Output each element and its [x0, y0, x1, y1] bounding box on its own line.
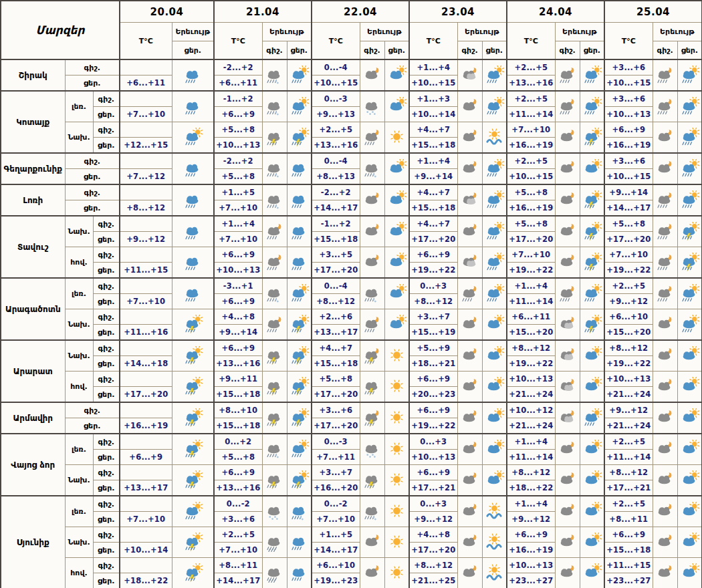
- night-temp-cell: -1...+2: [214, 91, 262, 107]
- night-label: գիշ.: [65, 153, 120, 169]
- moon-cloud-icon: [653, 340, 677, 372]
- sleet-icon: [262, 434, 287, 465]
- sun-thunder-icon: [172, 402, 214, 434]
- sun-icon: [384, 558, 409, 588]
- night-label: գիշ.: [93, 247, 120, 263]
- day-temp-cell: +17...+20: [409, 543, 457, 558]
- sleet-icon: [360, 278, 384, 309]
- thunder-gray-icon: [262, 465, 287, 496]
- moon-cloud-icon: [555, 122, 580, 154]
- sun-cloud-icon: [384, 216, 409, 247]
- day-temp-cell: +10...+15: [312, 76, 360, 92]
- sun-icon: [384, 465, 409, 496]
- night-temp-cell: +1...+4: [507, 434, 555, 450]
- day-label: ցեր.: [65, 169, 120, 185]
- sun-cloud-icon: [482, 434, 507, 465]
- heavy-rain-gray-icon: [262, 527, 287, 558]
- night-temp-cell: 0...-2: [312, 496, 360, 512]
- day-label: ցեր.: [93, 294, 120, 309]
- moon-cloud-icon: [360, 216, 384, 247]
- day-label: ցեր.: [65, 76, 120, 92]
- moon-rain-icon: [360, 309, 384, 341]
- night-temp-cell: +1...+4: [214, 216, 262, 232]
- zone-label: Նախ.: [65, 527, 93, 558]
- day-temp-cell: +9...+14: [214, 325, 262, 341]
- table-body: Շիրակգիշ.-2...+20...-4+1...+4+2...+5+3..…: [1, 59, 702, 588]
- moon-cloud-icon: [457, 434, 482, 465]
- night-temp-cell: +5...+8: [604, 216, 653, 232]
- phenomenon-column-header: Երեւույթ: [555, 23, 604, 41]
- night-label: գիշ.: [93, 340, 120, 356]
- moon-cloud-icon: [457, 402, 482, 434]
- sun-thunder-icon: [580, 309, 604, 341]
- night-temp-cell: +4...+8: [409, 527, 457, 543]
- night-subheader: գիշ.: [262, 41, 287, 60]
- rain-icon: [172, 153, 214, 184]
- night-temp-cell: 0...-4: [312, 59, 360, 76]
- night-temp-cell: +1...+4: [409, 153, 457, 169]
- day-temp-cell: +16...+19: [507, 200, 555, 216]
- day-temp-cell: +21...+24: [507, 387, 555, 403]
- night-temp-cell: +8...+12: [604, 340, 653, 356]
- temp-column-header: T°C: [604, 23, 653, 60]
- sun-rain-icon: [287, 59, 312, 91]
- day-temp-cell: +13...+16: [214, 356, 262, 372]
- day-temp-cell: +12...+15: [120, 138, 172, 154]
- day-temp-cell: +16...+20: [312, 480, 360, 496]
- night-temp-cell: +2...+6: [312, 309, 360, 325]
- night-temp-cell: +3...+6: [604, 153, 653, 169]
- night-temp-cell: [120, 153, 172, 169]
- rain-icon: [287, 558, 312, 588]
- moon-cloud-icon: [653, 372, 677, 403]
- night-temp-cell: [120, 278, 172, 294]
- moon-cloud-icon: [457, 558, 482, 588]
- sun-icon: [384, 434, 409, 465]
- night-temp-cell: +10...+13: [507, 558, 555, 573]
- day-temp-cell: +13...+17: [120, 480, 172, 496]
- sun-rain-icon: [677, 153, 702, 184]
- moon-rain-icon: [457, 278, 482, 309]
- night-temp-cell: +5...+8: [507, 184, 555, 200]
- day-temp-cell: +5...+8: [214, 169, 262, 185]
- moon-rain-icon: [653, 184, 677, 216]
- sun-cloud-icon: [580, 527, 604, 558]
- sun-cloud-icon: [677, 402, 702, 434]
- night-temp-cell: 0...-3: [312, 91, 360, 107]
- thunder-gray-icon: [360, 465, 384, 496]
- zone-label: լեռ.: [65, 496, 93, 527]
- sun-cloud-icon: [482, 402, 507, 434]
- day-label: ցեր.: [93, 543, 120, 558]
- night-temp-cell: [120, 527, 172, 543]
- sun-rain-icon: [287, 434, 312, 465]
- day-temp-cell: +8...+13: [312, 169, 360, 185]
- day-temp-cell: +10...+14: [120, 543, 172, 558]
- table-row: Արմավիրգիշ.+8...+10+3...+6+6...+9+10...+…: [1, 402, 702, 418]
- sun-thunder-icon: [580, 184, 604, 216]
- sun-cloud-icon: [482, 309, 507, 341]
- sun-thunder-icon: [580, 216, 604, 247]
- sun-thunder-icon: [172, 465, 214, 496]
- night-temp-cell: [120, 59, 172, 76]
- temp-column-header: T°C: [312, 23, 360, 60]
- sun-thunder-icon: [172, 558, 214, 588]
- day-temp-cell: +7...+10: [120, 107, 172, 122]
- day-temp-cell: +15...+18: [409, 200, 457, 216]
- night-temp-cell: +6...+9: [214, 247, 262, 263]
- region-name: Կոտայք: [1, 91, 65, 153]
- night-temp-cell: +2...+5: [214, 527, 262, 543]
- day-temp-cell: +10...+15: [409, 76, 457, 92]
- day-temp-cell: +3...+6: [214, 512, 262, 527]
- moon-cloud-icon: [555, 216, 580, 247]
- moon-clouds-icon: [457, 184, 482, 216]
- day-temp-cell: +18...+22: [507, 480, 555, 496]
- region-name: Արարատ: [1, 340, 65, 402]
- day-temp-cell: +6...+11: [120, 76, 172, 92]
- day-label: ցեր.: [93, 387, 120, 403]
- moon-rain-icon: [653, 91, 677, 122]
- moon-cloud-icon: [653, 558, 677, 588]
- table-row: ԱրարատՆախ.գիշ.+6...+9+4...+7+5...+9+8...…: [1, 340, 702, 356]
- rain-icon: [172, 59, 214, 91]
- night-temp-cell: +2...+5: [604, 278, 653, 294]
- night-temp-cell: +2...+5: [604, 434, 653, 450]
- region-name: Տավուշ: [1, 216, 65, 278]
